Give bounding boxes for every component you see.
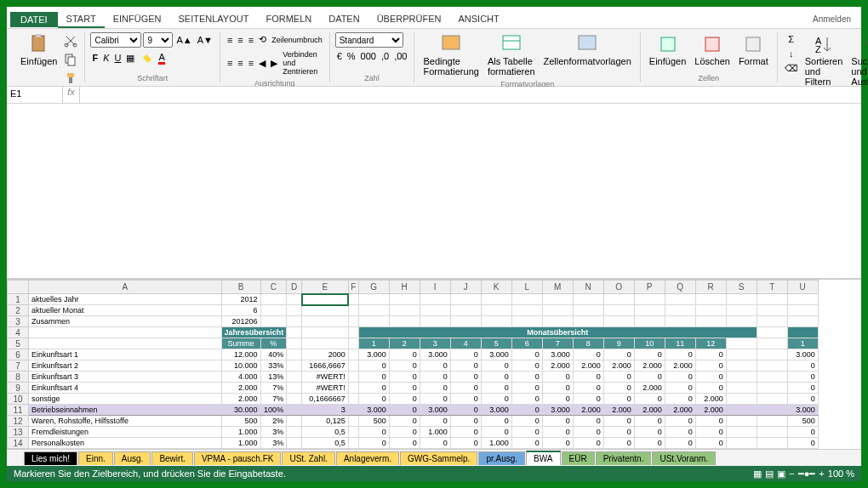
tab-ansicht[interactable]: ANSICHT — [449, 11, 507, 28]
row-header[interactable]: 7 — [8, 360, 29, 372]
cell[interactable]: 0 — [420, 360, 450, 372]
cell[interactable] — [260, 316, 287, 327]
cell[interactable]: Zusammen — [29, 316, 222, 327]
cell[interactable]: 0 — [511, 438, 542, 449]
cell[interactable]: 0 — [420, 383, 450, 394]
cut-button[interactable] — [62, 32, 79, 49]
percent-button[interactable]: % — [345, 49, 357, 63]
cell[interactable] — [726, 360, 757, 372]
sheet-tab[interactable]: USt.Voranm. — [652, 451, 716, 465]
cell[interactable]: 3% — [260, 438, 287, 449]
col-header-Q[interactable]: Q — [665, 281, 695, 294]
cell[interactable]: 0 — [542, 383, 573, 394]
cell[interactable]: 0 — [358, 383, 389, 394]
cell[interactable]: 0,125 — [302, 416, 349, 427]
cell[interactable] — [348, 349, 358, 360]
cell[interactable] — [726, 383, 757, 394]
cell[interactable] — [757, 383, 787, 394]
cell[interactable]: 0 — [665, 416, 695, 427]
cell[interactable] — [511, 305, 542, 316]
cell[interactable] — [726, 416, 757, 427]
col-header-K[interactable]: K — [481, 281, 511, 294]
cell[interactable] — [726, 427, 757, 438]
cell[interactable]: 0 — [665, 383, 695, 394]
cell[interactable]: 0 — [542, 438, 573, 449]
cell[interactable] — [573, 316, 603, 327]
cell[interactable]: 0 — [603, 383, 634, 394]
cell[interactable]: 0 — [450, 349, 481, 360]
cell[interactable]: 0 — [450, 405, 481, 416]
cell[interactable] — [726, 316, 757, 327]
cell[interactable]: 0 — [634, 394, 665, 405]
cell[interactable]: 0 — [450, 394, 481, 405]
cell[interactable]: 0 — [603, 349, 634, 360]
cell[interactable]: 2.000 — [221, 383, 260, 394]
cell[interactable] — [726, 394, 757, 405]
row-header[interactable]: 4 — [8, 327, 29, 338]
cell[interactable] — [757, 372, 787, 383]
cell[interactable] — [348, 394, 358, 405]
col-header-F[interactable]: F — [348, 281, 358, 294]
cell[interactable] — [450, 305, 481, 316]
cell[interactable]: Fremdleistungen — [29, 427, 222, 438]
cell[interactable]: 0 — [573, 383, 603, 394]
cell[interactable] — [358, 316, 389, 327]
cell[interactable]: 0 — [573, 372, 603, 383]
formula-input[interactable] — [80, 87, 861, 103]
cell[interactable]: 0 — [358, 427, 389, 438]
cell[interactable]: 0 — [389, 372, 420, 383]
cell[interactable]: 0 — [450, 427, 481, 438]
col-header-R[interactable]: R — [695, 281, 726, 294]
cell[interactable]: 0 — [695, 383, 726, 394]
cell[interactable] — [634, 316, 665, 327]
cell[interactable] — [302, 305, 349, 316]
cell[interactable]: 0 — [573, 427, 603, 438]
zoom-out-button[interactable]: − — [789, 468, 794, 479]
col-header-D[interactable]: D — [287, 281, 302, 294]
sheet-tab[interactable]: Lies mich! — [24, 451, 77, 465]
cell[interactable] — [348, 305, 358, 316]
cell[interactable]: 33% — [260, 360, 287, 372]
cell[interactable]: Einkunftsart 3 — [29, 372, 222, 383]
cell[interactable] — [287, 427, 302, 438]
row-header[interactable]: 5 — [8, 338, 29, 349]
cell[interactable] — [348, 316, 358, 327]
cell[interactable] — [603, 316, 634, 327]
sheet-tab[interactable]: EÜR — [562, 451, 595, 465]
cell[interactable]: 0 — [358, 372, 389, 383]
cell[interactable]: 0 — [481, 383, 511, 394]
cell[interactable]: 3.000 — [481, 349, 511, 360]
cell[interactable]: 30.000 — [221, 405, 260, 416]
cell[interactable]: 0 — [542, 394, 573, 405]
cell[interactable]: Betriebseinnahmen — [29, 405, 222, 416]
cell[interactable]: 0 — [450, 449, 481, 450]
cell[interactable]: 0 — [420, 394, 450, 405]
cell[interactable]: 0 — [665, 349, 695, 360]
font-name-select[interactable]: Calibri — [90, 32, 141, 48]
cell[interactable]: 0 — [389, 416, 420, 427]
cell[interactable]: 0 — [665, 438, 695, 449]
spreadsheet-grid[interactable]: ABCDEFGHIJKLMNOPQRSTU1aktuelles Jahr2012… — [7, 280, 861, 449]
cell[interactable]: 0 — [450, 360, 481, 372]
cell[interactable]: 0 — [450, 416, 481, 427]
cell[interactable] — [634, 305, 665, 316]
cell[interactable] — [757, 316, 787, 327]
zoom-slider[interactable]: ━●━ — [798, 468, 816, 479]
cell[interactable]: 0 — [389, 349, 420, 360]
border-button[interactable]: ▦ — [124, 49, 136, 66]
cell[interactable]: 500 — [542, 449, 573, 450]
tab-überprüfen[interactable]: ÜBERPRÜFEN — [368, 11, 450, 28]
cell[interactable]: Einkunftsart 1 — [29, 349, 222, 360]
cell[interactable]: 0 — [389, 360, 420, 372]
cell[interactable] — [348, 360, 358, 372]
cell[interactable]: 0 — [420, 416, 450, 427]
cell[interactable] — [542, 305, 573, 316]
cell[interactable]: 2.000 — [695, 405, 726, 416]
align-bot-button[interactable]: ≡ — [247, 33, 255, 47]
cell[interactable]: 0,01666667 — [302, 449, 349, 450]
cell[interactable]: 2.000 — [665, 360, 695, 372]
copy-button[interactable] — [62, 51, 79, 68]
cell[interactable]: 0 — [665, 394, 695, 405]
col-header-I[interactable]: I — [420, 281, 450, 294]
view-layout-button[interactable]: ▤ — [765, 468, 774, 479]
